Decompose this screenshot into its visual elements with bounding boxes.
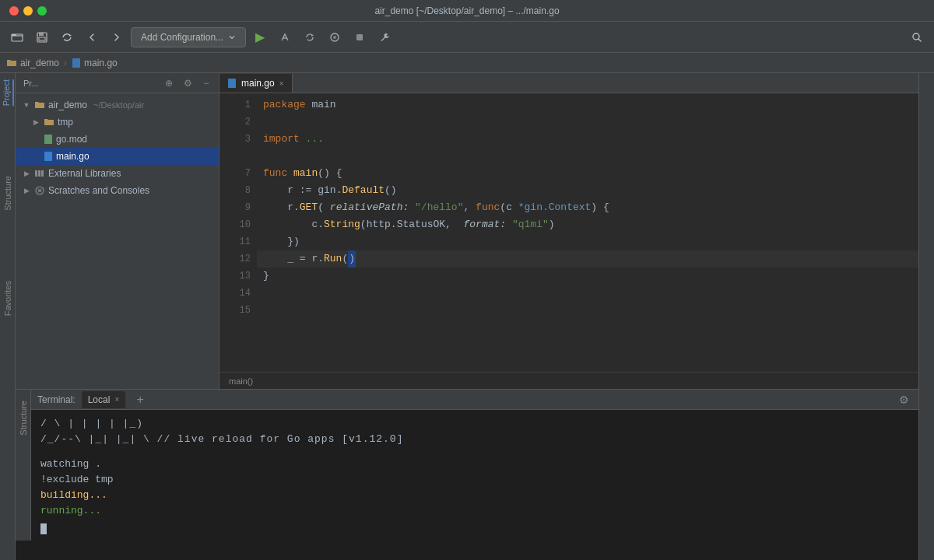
- toolbar: Add Configuration... ▶: [0, 22, 934, 53]
- library-icon: [34, 168, 45, 179]
- terminal-with-left: Structure Terminal: Local × + ⚙: [16, 390, 918, 541]
- scratch-icon: [34, 185, 45, 196]
- code-line-2: [257, 114, 918, 131]
- terminal-cursor-line: [40, 519, 909, 534]
- add-terminal-button[interactable]: +: [132, 391, 149, 408]
- add-configuration-button[interactable]: Add Configuration...: [131, 27, 246, 47]
- code-line-10: − r.GET( relativePath: "/hello", func(c …: [257, 199, 918, 216]
- code-hint: main(): [219, 372, 918, 389]
- terminal-left-tabs: Structure: [16, 390, 31, 541]
- sidebar-project-name: Pr...: [20, 79, 158, 88]
- right-panel-tabs: [918, 73, 934, 560]
- terminal-settings-button[interactable]: ⚙: [895, 391, 912, 408]
- run-button[interactable]: ▶: [249, 26, 271, 48]
- sidebar-minimize-button[interactable]: −: [198, 75, 214, 91]
- breadcrumb-file[interactable]: main.go: [72, 58, 118, 68]
- svg-rect-11: [72, 58, 80, 68]
- code-line-13: _ = r.Run(): [257, 250, 918, 268]
- code-line-9: r := gin.Default(): [257, 182, 918, 199]
- minimize-button[interactable]: [23, 6, 33, 16]
- svg-rect-16: [41, 170, 44, 177]
- open-folder-button[interactable]: [6, 26, 28, 48]
- search-button[interactable]: [906, 26, 928, 48]
- tree-item-scratches[interactable]: ▶ Scratches and Consoles: [16, 182, 219, 199]
- terminal-local-tab[interactable]: Local ×: [82, 391, 126, 408]
- tab-close-button[interactable]: ×: [279, 79, 284, 88]
- svg-rect-4: [39, 37, 45, 40]
- terminal-building: building...: [40, 488, 909, 503]
- mod-file-icon: [44, 134, 53, 145]
- tree-item-maingo[interactable]: ▶ main.go: [16, 148, 219, 165]
- tab-label: main.go: [241, 78, 275, 89]
- svg-rect-18: [228, 79, 236, 88]
- save-button[interactable]: [31, 26, 53, 48]
- coverage-button[interactable]: [324, 26, 346, 48]
- folder-icon: [34, 100, 45, 110]
- code-content[interactable]: package main − import ...: [257, 93, 918, 372]
- file-tree-sidebar: Pr... ⊕ ⚙ − ▼ air_demo ~/Desktop/air: [16, 73, 219, 389]
- tree-item-label: go.mod: [56, 134, 87, 145]
- stop-button[interactable]: [349, 26, 370, 48]
- tree-item-tmp[interactable]: ▶ tmp: [16, 114, 219, 131]
- structure-tab[interactable]: Structure: [3, 176, 12, 211]
- expand-icon: ▶: [31, 117, 40, 127]
- terminal-tab-close-button[interactable]: ×: [114, 395, 119, 404]
- tree-item-air-demo[interactable]: ▼ air_demo ~/Desktop/air: [16, 96, 219, 114]
- project-tab[interactable]: Project: [2, 79, 14, 106]
- wrench-button[interactable]: [374, 26, 395, 48]
- editor-area: main.go × 1 2 3 7 8 9 10 11: [219, 73, 918, 389]
- locate-file-button[interactable]: ⊕: [161, 75, 177, 91]
- tree-item-path: ~/Desktop/air: [93, 100, 144, 110]
- terminal-cursor: [40, 523, 47, 534]
- editor-with-sidebar: Pr... ⊕ ⚙ − ▼ air_demo ~/Desktop/air: [16, 73, 918, 389]
- svg-marker-5: [69, 34, 72, 37]
- code-line-11: c.String(http.StatusOK, format: "q1mi"): [257, 216, 918, 233]
- sidebar-gear-button[interactable]: ⚙: [180, 75, 195, 91]
- breadcrumb-project[interactable]: air_demo: [6, 58, 59, 68]
- sidebar-toolbar: Pr... ⊕ ⚙ −: [16, 73, 219, 93]
- svg-rect-14: [35, 170, 37, 177]
- tree-item-label: tmp: [58, 117, 73, 128]
- code-line-3: − import ...: [257, 131, 918, 148]
- tab-maingo[interactable]: main.go ×: [219, 74, 293, 93]
- main-layout: Project Structure Favorites Pr... ⊕ ⚙ − …: [0, 73, 934, 560]
- svg-point-8: [333, 36, 336, 39]
- svg-rect-13: [44, 152, 52, 161]
- svg-rect-15: [38, 170, 40, 177]
- center-content: Pr... ⊕ ⚙ − ▼ air_demo ~/Desktop/air: [16, 73, 918, 560]
- code-line-8: ▶ func main() {: [257, 165, 918, 182]
- tree-item-label: Scratches and Consoles: [48, 185, 149, 196]
- back-button[interactable]: [81, 26, 103, 48]
- go-file-tab-icon: [227, 78, 237, 89]
- air-logo-line1: / \ | | | | |_): [40, 416, 909, 432]
- left-panel-tabs: Project Structure Favorites: [0, 73, 16, 560]
- file-tree: ▼ air_demo ~/Desktop/air ▶ tmp ▶: [16, 93, 219, 389]
- go-file-icon: [72, 58, 81, 68]
- code-line-15: [257, 285, 918, 302]
- code-line-14: − }: [257, 268, 918, 285]
- maximize-button[interactable]: [37, 6, 47, 16]
- tree-item-label: External Libraries: [48, 168, 121, 179]
- code-line-1: package main: [257, 96, 918, 114]
- reload-button[interactable]: [299, 26, 321, 48]
- terminal-area: Structure Terminal: Local × + ⚙: [16, 389, 918, 560]
- structure-side-tab[interactable]: Structure: [17, 396, 30, 440]
- folder-icon: [6, 58, 17, 68]
- tree-item-gomod[interactable]: ▶ go.mod: [16, 131, 219, 148]
- air-logo-line2: /_/--\ |_| |_| \ // live reload for Go a…: [40, 432, 909, 447]
- text-cursor: ): [348, 250, 356, 268]
- expand-icon: ▼: [22, 100, 31, 110]
- code-editor[interactable]: 1 2 3 7 8 9 10 11 12 13 14 15: [219, 93, 918, 372]
- traffic-lights: [9, 6, 47, 16]
- favorites-tab[interactable]: Favorites: [3, 281, 12, 316]
- line-numbers: 1 2 3 7 8 9 10 11 12 13 14 15: [219, 93, 257, 372]
- svg-rect-9: [356, 34, 363, 40]
- forward-button[interactable]: [106, 26, 128, 48]
- right-panel-tab[interactable]: [925, 135, 929, 145]
- close-button[interactable]: [9, 6, 19, 16]
- expand-icon: ▶: [22, 169, 31, 178]
- sync-button[interactable]: [56, 26, 78, 48]
- terminal-exclude: !exclude tmp: [40, 472, 909, 488]
- build-button[interactable]: [274, 26, 296, 48]
- tree-item-external-libs[interactable]: ▶ External Libraries: [16, 165, 219, 182]
